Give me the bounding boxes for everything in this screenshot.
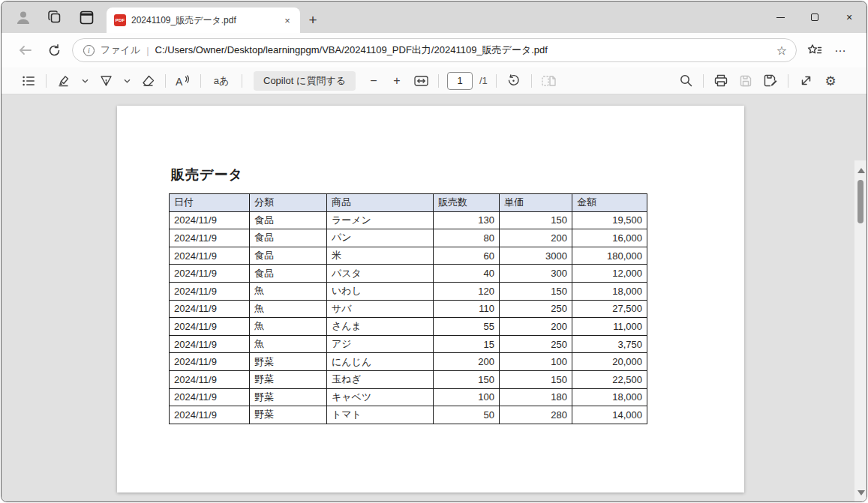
scroll-down-icon[interactable]: [857, 490, 865, 496]
expand-icon: [800, 75, 812, 86]
cell-product: パスタ: [327, 265, 434, 283]
browser-actions: …: [804, 40, 856, 61]
highlight-button[interactable]: [55, 71, 73, 91]
save-button[interactable]: [737, 71, 755, 91]
close-button[interactable]: ×: [832, 1, 866, 33]
cell-quantity: 200: [434, 353, 500, 371]
workspaces-button[interactable]: [39, 1, 71, 33]
translate-button[interactable]: aあ: [209, 71, 233, 91]
cell-quantity: 60: [434, 247, 500, 265]
cell-product: 米: [327, 247, 434, 265]
more-menu-button[interactable]: …: [830, 41, 851, 59]
address-input[interactable]: i ファイル | C:/Users/Owner/Desktop/learning…: [72, 38, 797, 62]
gear-icon: ⚙: [824, 73, 836, 88]
page-view-button[interactable]: [540, 71, 558, 91]
refresh-button[interactable]: [44, 40, 65, 61]
pdf-settings-button[interactable]: ⚙: [821, 71, 839, 91]
highlight-options-chevron[interactable]: [80, 71, 90, 91]
favorite-star-icon[interactable]: ☆: [776, 43, 787, 58]
cell-product: キャベツ: [327, 388, 434, 406]
active-tab[interactable]: PDF 20241109_販売データ.pdf ×: [107, 7, 300, 33]
cell-amount: 12,000: [572, 265, 647, 283]
toolbar-divider: [703, 74, 704, 88]
rotate-icon: [507, 74, 520, 87]
maximize-button[interactable]: [797, 1, 832, 33]
cell-category: 食品: [250, 247, 327, 265]
scheme-label: ファイル: [101, 43, 140, 57]
minimize-button[interactable]: [763, 1, 797, 33]
back-button[interactable]: [15, 40, 36, 61]
draw-button[interactable]: [97, 71, 115, 91]
cell-quantity: 80: [434, 229, 500, 247]
chevron-down-icon: [82, 79, 89, 83]
toolbar-divider: [200, 74, 201, 88]
window-controls: ×: [763, 1, 866, 33]
cell-unit-price: 300: [500, 265, 572, 283]
read-aloud-button[interactable]: A: [174, 71, 192, 91]
toolbar-divider: [242, 74, 242, 88]
cell-product: サバ: [327, 300, 434, 318]
cell-amount: 3,750: [572, 335, 647, 353]
cell-unit-price: 250: [500, 300, 572, 318]
fit-to-width-button[interactable]: [412, 71, 430, 91]
cell-category: 野菜: [250, 388, 327, 406]
eraser-icon: [141, 75, 155, 87]
site-info-icon[interactable]: i: [83, 45, 95, 56]
vertical-scrollbar[interactable]: [854, 160, 866, 502]
rotate-button[interactable]: [505, 71, 523, 91]
zoom-in-button[interactable]: +: [389, 74, 405, 88]
tab-actions-icon: [80, 10, 94, 25]
cell-amount: 27,500: [572, 300, 647, 318]
column-header-date: 日付: [170, 194, 250, 212]
profile-button[interactable]: [8, 1, 39, 33]
cell-date: 2024/11/9: [170, 211, 250, 229]
cell-date: 2024/11/9: [170, 282, 250, 300]
favorites-hub-button[interactable]: [804, 40, 825, 61]
cell-unit-price: 180: [500, 388, 572, 406]
cell-unit-price: 250: [500, 335, 572, 353]
cell-category: 魚: [250, 282, 327, 300]
table-row: 2024/11/9 食品 パスタ 40 300 12,000: [170, 265, 647, 283]
toolbar-divider: [531, 74, 532, 88]
two-page-view-icon: [542, 75, 556, 87]
toolbar-divider: [165, 74, 166, 88]
scroll-up-icon[interactable]: [857, 168, 865, 173]
erase-button[interactable]: [139, 71, 157, 91]
page-count-label: /1: [479, 75, 488, 86]
cell-unit-price: 150: [500, 282, 572, 300]
print-button[interactable]: [712, 71, 730, 91]
scrollbar-thumb[interactable]: [857, 180, 863, 223]
pdf-toolbar: A aあ Copilot に質問する − + /1: [2, 67, 866, 94]
save-as-button[interactable]: [761, 71, 779, 91]
table-row: 2024/11/9 野菜 玉ねぎ 150 150 22,500: [170, 370, 647, 388]
column-header-amount: 金額: [572, 194, 647, 212]
pdf-viewer: 販売データ 日付 分類 商品 販売数 単価 金額 202: [2, 94, 866, 502]
search-document-button[interactable]: [677, 71, 695, 91]
cell-product: いわし: [327, 282, 434, 300]
cell-unit-price: 100: [500, 353, 572, 371]
new-tab-button[interactable]: +: [300, 7, 326, 33]
column-header-product: 商品: [327, 194, 434, 212]
zoom-out-button[interactable]: −: [365, 74, 382, 88]
save-as-icon: [764, 74, 778, 87]
page-number-input[interactable]: [447, 72, 473, 90]
table-row: 2024/11/9 野菜 トマト 50 280 14,000: [170, 406, 647, 424]
cell-category: 野菜: [250, 406, 327, 424]
table-row: 2024/11/9 食品 ラーメン 130 150 19,500: [170, 211, 647, 229]
cell-amount: 14,000: [572, 406, 647, 424]
pdf-file-icon: PDF: [114, 14, 126, 26]
cell-quantity: 50: [434, 406, 500, 424]
sales-table: 日付 分類 商品 販売数 単価 金額 2024/11/9 食品 ラーメン 130…: [169, 193, 647, 424]
tab-close-icon[interactable]: ×: [281, 13, 294, 27]
cell-unit-price: 3000: [500, 247, 572, 265]
fullscreen-button[interactable]: [797, 71, 815, 91]
tab-actions-button[interactable]: [71, 1, 102, 33]
table-of-contents-button[interactable]: [20, 71, 38, 91]
cell-category: 食品: [250, 211, 327, 229]
draw-options-chevron[interactable]: [122, 71, 132, 91]
cell-quantity: 100: [434, 388, 500, 406]
read-aloud-letter: A: [176, 75, 183, 87]
ask-copilot-button[interactable]: Copilot に質問する: [254, 71, 356, 91]
save-icon: [740, 75, 752, 87]
browser-window: PDF 20241109_販売データ.pdf × + × i ファイル | C:…: [1, 1, 867, 502]
